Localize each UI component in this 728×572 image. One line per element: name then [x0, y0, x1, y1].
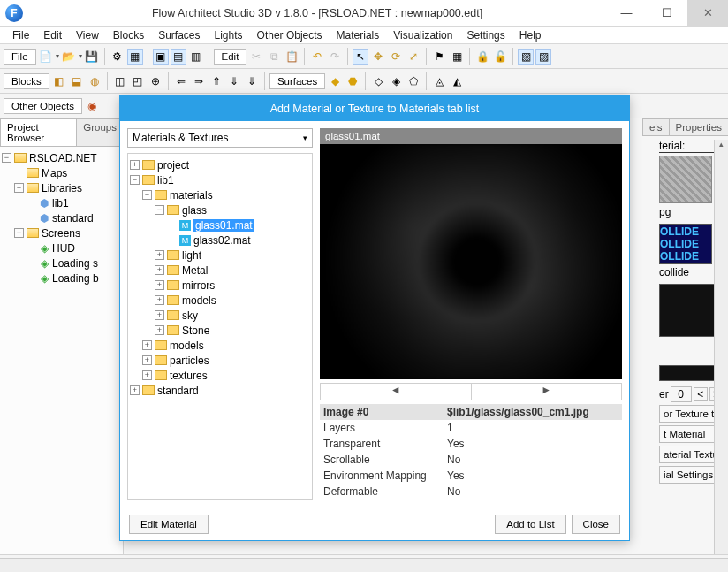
- menu-help[interactable]: Help: [512, 27, 549, 43]
- close-dialog-button[interactable]: Close: [572, 515, 620, 534]
- block-arch-icon[interactable]: ⬓: [69, 73, 85, 89]
- menu-surfaces[interactable]: Surfaces: [151, 27, 207, 43]
- tree-item[interactable]: Stone: [182, 324, 209, 337]
- tree-item[interactable]: textures: [170, 370, 208, 382]
- tree-item[interactable]: glass: [182, 204, 207, 217]
- tree-item[interactable]: materials: [170, 189, 213, 202]
- material-swatch[interactable]: [659, 156, 712, 203]
- tab-groups[interactable]: Groups: [76, 118, 124, 146]
- tree-item[interactable]: particles: [170, 355, 209, 367]
- unlock-icon[interactable]: 🔓: [492, 49, 508, 65]
- h-scrollbar[interactable]: [0, 558, 728, 572]
- menu-view[interactable]: View: [69, 27, 106, 43]
- tree-screens[interactable]: Screens: [42, 227, 80, 240]
- edit-material-button[interactable]: Edit Material: [129, 515, 209, 534]
- flag-icon[interactable]: ⚑: [431, 49, 447, 65]
- menu-other-objects[interactable]: Other Objects: [250, 27, 330, 43]
- tree-loading-b[interactable]: Loading b: [52, 272, 99, 285]
- scale-icon[interactable]: ⤢: [406, 49, 421, 65]
- block-tool3-icon[interactable]: ⊕: [148, 73, 163, 89]
- copy-icon[interactable]: ⧉: [266, 49, 282, 65]
- other-objects-dropdown[interactable]: Other Objects: [4, 98, 82, 114]
- rotate-icon[interactable]: ⟳: [388, 49, 404, 65]
- menu-visualization[interactable]: Visualization: [386, 27, 459, 43]
- snap2-icon[interactable]: ▤: [171, 49, 186, 65]
- undo-icon[interactable]: ↶: [309, 49, 325, 65]
- tab-properties[interactable]: Properties: [669, 118, 728, 135]
- tree-root[interactable]: RSLOAD.NET: [29, 152, 97, 164]
- surface3-icon[interactable]: ◇: [370, 73, 386, 89]
- tree-item[interactable]: lib1: [157, 174, 174, 187]
- move-icon[interactable]: ✥: [370, 49, 386, 65]
- arrow-dn-icon[interactable]: ⇓: [244, 73, 260, 89]
- select-icon[interactable]: ↖: [353, 49, 368, 65]
- edit-dropdown[interactable]: Edit: [214, 49, 247, 65]
- snap1-icon[interactable]: ▣: [153, 49, 169, 65]
- redo-icon[interactable]: ↷: [327, 49, 343, 65]
- surfaces-dropdown[interactable]: Surfaces: [269, 73, 325, 89]
- menu-settings[interactable]: Settings: [459, 27, 512, 43]
- blocks-dropdown[interactable]: Blocks: [4, 73, 49, 89]
- arrow-l-icon[interactable]: ⇐: [173, 73, 189, 89]
- tree-lib1[interactable]: lib1: [52, 197, 69, 210]
- v-scrollbar[interactable]: ▴: [714, 140, 728, 554]
- tree-item[interactable]: standard: [157, 385, 199, 397]
- preview-prev-button[interactable]: ◄: [321, 384, 472, 400]
- block-tool2-icon[interactable]: ◰: [130, 73, 146, 89]
- snap3-icon[interactable]: ▥: [188, 49, 204, 65]
- tree-item[interactable]: sky: [182, 309, 198, 322]
- menu-lights[interactable]: Lights: [208, 27, 250, 43]
- add-to-list-button[interactable]: Add to List: [495, 515, 565, 534]
- cut-icon[interactable]: ✂: [248, 49, 264, 65]
- arrow-r-icon[interactable]: ⇒: [191, 73, 207, 89]
- paste-icon[interactable]: 📋: [284, 49, 300, 65]
- open-icon[interactable]: 📂: [61, 49, 77, 65]
- block-cube-icon[interactable]: ◧: [51, 73, 67, 89]
- tree-maps[interactable]: Maps: [42, 167, 67, 179]
- tab-project-browser[interactable]: Project Browser: [0, 118, 77, 146]
- lock-icon[interactable]: 🔒: [474, 49, 490, 65]
- toggle-b-icon[interactable]: ▨: [535, 49, 551, 65]
- surface7-icon[interactable]: ◭: [449, 73, 465, 89]
- obj-icon[interactable]: ◉: [84, 98, 100, 114]
- surface2-icon[interactable]: ⬣: [345, 73, 360, 89]
- block-tool1-icon[interactable]: ◫: [112, 73, 128, 89]
- db-icon[interactable]: ▦: [449, 49, 465, 65]
- tree-item-glass01[interactable]: glass01.mat: [193, 219, 254, 232]
- tree-libraries[interactable]: Libraries: [42, 182, 82, 194]
- save-icon[interactable]: 💾: [84, 49, 100, 65]
- new-icon[interactable]: 📄: [38, 49, 54, 65]
- materials-textures-combo[interactable]: Materials & Textures ▾: [127, 128, 313, 148]
- tab-els[interactable]: els: [642, 118, 670, 135]
- tree-standard[interactable]: standard: [52, 212, 94, 225]
- gear-icon[interactable]: ⚙: [110, 49, 125, 65]
- tree-item[interactable]: project: [157, 159, 189, 172]
- tree-item[interactable]: models: [182, 294, 216, 307]
- menu-edit[interactable]: Edit: [36, 27, 69, 43]
- close-button[interactable]: ✕: [687, 0, 728, 26]
- surface4-icon[interactable]: ◈: [388, 73, 404, 89]
- material-tree[interactable]: +project −lib1 −materials −glass Mglass0…: [127, 153, 313, 500]
- block-cyl-icon[interactable]: ◍: [87, 73, 102, 89]
- tree-loading-s[interactable]: Loading s: [52, 257, 98, 270]
- project-tree[interactable]: −RSLOAD.NET Maps −Libraries ⬢lib1 ⬢stand…: [0, 147, 123, 554]
- arrow-u-icon[interactable]: ⇑: [209, 73, 224, 89]
- layer-spin[interactable]: 0: [671, 386, 692, 402]
- grid-show-icon[interactable]: ▦: [127, 49, 143, 65]
- tree-hud[interactable]: HUD: [52, 242, 75, 255]
- tree-item[interactable]: Metal: [182, 264, 208, 277]
- collide-swatch[interactable]: OLLIDE OLLIDE OLLIDE: [659, 224, 712, 264]
- preview-next-button[interactable]: ►: [472, 384, 622, 400]
- menu-file[interactable]: File: [5, 27, 36, 43]
- arrow-d-icon[interactable]: ⇓: [226, 73, 242, 89]
- toggle-a-icon[interactable]: ▧: [518, 49, 534, 65]
- surface6-icon[interactable]: ◬: [431, 73, 447, 89]
- tree-item-glass02[interactable]: glass02.mat: [193, 234, 251, 247]
- surface5-icon[interactable]: ⬠: [406, 73, 421, 89]
- minimize-button[interactable]: —: [606, 0, 647, 26]
- tree-item[interactable]: light: [182, 249, 201, 262]
- menu-blocks[interactable]: Blocks: [106, 27, 151, 43]
- maximize-button[interactable]: ☐: [647, 0, 687, 26]
- tree-item[interactable]: models: [170, 339, 204, 352]
- menu-materials[interactable]: Materials: [330, 27, 387, 43]
